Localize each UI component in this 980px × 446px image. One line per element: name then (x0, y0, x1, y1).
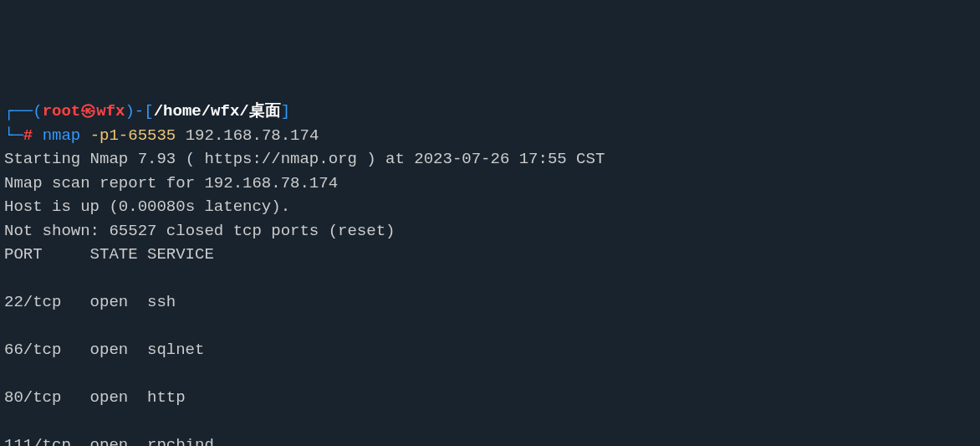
paren-open: ( (33, 102, 42, 120)
header-service: SERVICE (147, 243, 214, 267)
service-cell: rpcbind (147, 433, 214, 446)
prompt-symbol: ㉿ (80, 102, 96, 120)
box-corner: ┌── (4, 102, 33, 120)
service-cell: ssh (147, 290, 176, 315)
prompt-host: wfx (96, 102, 125, 120)
prompt-line-2: └─# nmap -p1-65535 192.168.78.174 (4, 126, 319, 145)
header-state: STATE (90, 243, 147, 267)
header-port: PORT (4, 243, 90, 267)
state-cell: open (90, 433, 147, 446)
terminal-output[interactable]: ┌──(root㉿wfx)-[/home/wfx/桌面] └─# nmap -p… (4, 100, 976, 446)
prompt-char: # (23, 126, 33, 145)
output-starting: Starting Nmap 7.93 ( https://nmap.org ) … (4, 150, 605, 168)
command-target: 192.168.78.174 (186, 126, 319, 145)
prompt-path: /home/wfx/桌面 (154, 102, 281, 120)
state-cell: open (90, 290, 147, 315)
table-row: 66/tcp open sqlnet (4, 338, 976, 362)
port-cell: 22/tcp (4, 290, 90, 315)
prompt-line-1: ┌──(root㉿wfx)-[/home/wfx/桌面] (4, 102, 290, 120)
output-host-up: Host is up (0.00080s latency). (4, 197, 290, 216)
state-cell: open (90, 338, 147, 362)
table-header-row: PORTSTATESERVICE (4, 243, 976, 267)
bracket-close: ] (281, 102, 290, 120)
port-cell: 80/tcp (4, 386, 90, 410)
command-args: -p1-65535 (90, 126, 176, 145)
table-row: 22/tcp open ssh (4, 290, 976, 315)
state-cell: open (90, 386, 147, 410)
paren-close: )-[ (125, 102, 153, 120)
service-cell: http (147, 386, 186, 410)
table-row: 111/tcp open rpcbind (4, 433, 976, 446)
command-name: nmap (43, 126, 81, 145)
table-row: 80/tcp open http (4, 386, 976, 410)
service-cell: sqlnet (147, 338, 204, 362)
output-not-shown: Not shown: 65527 closed tcp ports (reset… (4, 222, 395, 240)
port-cell: 111/tcp (4, 433, 90, 446)
port-cell: 66/tcp (4, 338, 90, 362)
box-corner-bottom: └─ (4, 126, 23, 145)
prompt-user: root (43, 102, 81, 120)
output-scan-report: Nmap scan report for 192.168.78.174 (4, 174, 338, 192)
